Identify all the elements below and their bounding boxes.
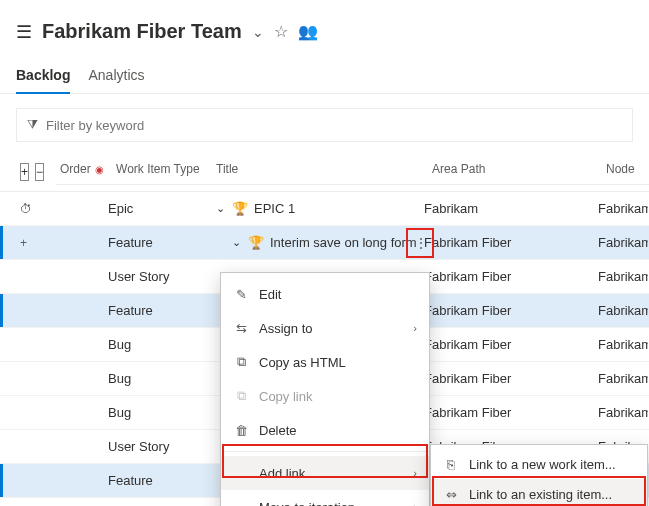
- row-type: User Story: [108, 269, 208, 284]
- favorite-star-icon[interactable]: ☆: [274, 22, 288, 41]
- menu-item-label: Delete: [259, 423, 297, 438]
- menu-item-delete[interactable]: 🗑Delete: [221, 413, 429, 447]
- menu-item-label: Copy as HTML: [259, 355, 346, 370]
- row-node: Fabrikam: [598, 337, 648, 352]
- row-area-path: Fabrikam Fiber: [424, 235, 598, 250]
- page-title: Fabrikam Fiber Team: [42, 20, 242, 43]
- row-type: Bug: [108, 405, 208, 420]
- menu-item-edit[interactable]: ✎Edit: [221, 277, 429, 311]
- row-area-path: Fabrikam Fiber: [424, 337, 598, 352]
- row-type: Bug: [108, 337, 208, 352]
- col-node[interactable]: Node: [606, 162, 649, 176]
- submenu-item-link-to-a-new-work-item[interactable]: ⎘Link to a new work item...: [431, 449, 647, 479]
- tab-bar: Backlog Analytics: [0, 61, 649, 94]
- table-row[interactable]: ⏱Epic⌄🏆EPIC 1FabrikamFabrikam: [0, 192, 649, 226]
- row-type: Epic: [108, 201, 208, 216]
- chevron-right-icon: ›: [413, 322, 417, 334]
- column-headers: Order ◉ Work Item Type Title Area Path N…: [56, 158, 649, 185]
- chevron-right-icon: ›: [413, 467, 417, 479]
- trophy-icon: 🏆: [232, 201, 248, 216]
- row-area-path: Fabrikam: [424, 201, 598, 216]
- menu-item-label: Move to iteration: [259, 500, 355, 507]
- submenu-item-label: Link to a new work item...: [469, 457, 616, 472]
- menu-item-copy-as-html[interactable]: ⧉Copy as HTML: [221, 345, 429, 379]
- submenu-item-label: Link to an existing item...: [469, 487, 612, 502]
- row-node: Fabrikam: [598, 235, 648, 250]
- row-node: Fabrikam: [598, 371, 648, 386]
- row-type: Bug: [108, 371, 208, 386]
- menu-item-copy-link: ⧉Copy link: [221, 379, 429, 413]
- tab-analytics[interactable]: Analytics: [88, 61, 144, 93]
- team-members-icon[interactable]: 👥: [298, 22, 318, 41]
- context-menu: ✎Edit⇆Assign to›⧉Copy as HTML⧉Copy link🗑…: [220, 272, 430, 506]
- row-type: Feature: [108, 473, 208, 488]
- row-type: Feature: [108, 303, 208, 318]
- row-area-path: Fabrikam Fiber: [424, 405, 598, 420]
- filter-icon: ⧩: [27, 117, 38, 133]
- col-work-item-type[interactable]: Work Item Type: [116, 162, 216, 176]
- menu-separator: [221, 451, 429, 452]
- menu-item-icon: ⧉: [233, 388, 249, 404]
- menu-item-icon: ⧉: [233, 354, 249, 370]
- row-chevron-icon[interactable]: ⌄: [214, 202, 226, 215]
- row-node: Fabrikam: [598, 269, 648, 284]
- row-indicator: ⏱: [0, 202, 48, 216]
- menu-item-label: Edit: [259, 287, 281, 302]
- row-type: User Story: [108, 439, 208, 454]
- row-title-cell[interactable]: ⌄🏆Interim save on long form: [208, 235, 424, 250]
- row-indicator: +: [0, 236, 48, 250]
- menu-item-label: Add link: [259, 466, 305, 481]
- submenu-item-icon: ⎘: [443, 457, 459, 472]
- trophy-icon: 🏆: [248, 235, 264, 250]
- submenu-item-icon: ⇔: [443, 487, 459, 502]
- hamburger-icon[interactable]: ☰: [16, 21, 32, 43]
- row-node: Fabrikam: [598, 201, 648, 216]
- col-title[interactable]: Title: [216, 162, 432, 176]
- menu-item-add-link[interactable]: Add link›: [221, 456, 429, 490]
- submenu-item-link-to-an-existing-item[interactable]: ⇔Link to an existing item...: [431, 479, 647, 506]
- row-title-cell[interactable]: ⌄🏆EPIC 1: [208, 201, 424, 216]
- row-actions-button[interactable]: ⋮: [406, 228, 434, 258]
- chevron-down-icon[interactable]: ⌄: [252, 24, 264, 40]
- menu-item-move-to-iteration[interactable]: Move to iteration›: [221, 490, 429, 506]
- menu-item-label: Copy link: [259, 389, 312, 404]
- row-title-text: EPIC 1: [254, 201, 295, 216]
- menu-item-assign-to[interactable]: ⇆Assign to›: [221, 311, 429, 345]
- app-root: { "header": { "title": "Fabrikam Fiber T…: [0, 0, 649, 506]
- table-row[interactable]: +Feature⌄🏆Interim save on long formFabri…: [0, 226, 649, 260]
- expand-all-button[interactable]: +: [20, 163, 29, 181]
- filter-bar[interactable]: ⧩: [16, 108, 633, 142]
- menu-item-icon: 🗑: [233, 423, 249, 438]
- chevron-right-icon: ›: [413, 501, 417, 506]
- row-area-path: Fabrikam Fiber: [424, 303, 598, 318]
- kebab-icon: ⋮: [414, 235, 427, 251]
- row-type: Feature: [108, 235, 208, 250]
- row-title-text: Interim save on long form: [270, 235, 417, 250]
- grid-header-row: + − Order ◉ Work Item Type Title Area Pa…: [0, 152, 649, 191]
- row-node: Fabrikam: [598, 405, 648, 420]
- menu-item-icon: ✎: [233, 287, 249, 302]
- row-chevron-icon[interactable]: ⌄: [230, 236, 242, 249]
- col-order-label: Order: [60, 162, 91, 176]
- page-header: ☰ Fabrikam Fiber Team ⌄ ☆ 👥: [0, 0, 649, 43]
- menu-item-icon: ⇆: [233, 321, 249, 336]
- row-area-path: Fabrikam Fiber: [424, 371, 598, 386]
- col-area-path[interactable]: Area Path: [432, 162, 606, 176]
- sort-icon: ◉: [95, 164, 104, 175]
- col-order[interactable]: Order ◉: [56, 162, 116, 176]
- row-node: Fabrikam: [598, 303, 648, 318]
- tab-backlog[interactable]: Backlog: [16, 61, 70, 93]
- filter-input[interactable]: [46, 118, 622, 133]
- add-link-submenu: ⎘Link to a new work item...⇔Link to an e…: [430, 444, 648, 506]
- row-area-path: Fabrikam Fiber: [424, 269, 598, 284]
- menu-item-label: Assign to: [259, 321, 312, 336]
- collapse-all-button[interactable]: −: [35, 163, 44, 181]
- title-row: ☰ Fabrikam Fiber Team ⌄ ☆ 👥: [16, 20, 633, 43]
